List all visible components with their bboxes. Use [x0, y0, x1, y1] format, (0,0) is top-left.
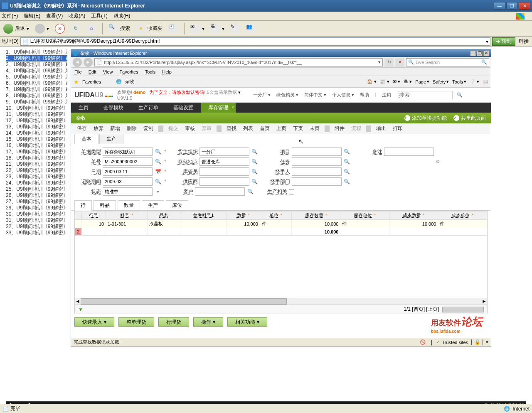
btn-related[interactable]: 相关功能 ▾ — [227, 317, 267, 327]
link-lang[interactable]: 简体中文 ▾ — [304, 92, 326, 98]
home-menu[interactable]: 🏠 ▾ — [367, 79, 377, 84]
outer-close-button[interactable]: ✕ — [519, 2, 530, 10]
links-label[interactable]: 链接 — [517, 38, 530, 45]
text-input[interactable] — [292, 177, 342, 186]
text-input[interactable] — [292, 148, 342, 156]
help-icon[interactable]: ❔ ▾ — [470, 79, 479, 84]
nav-home[interactable]: 主页 — [71, 103, 96, 113]
lookup-icon[interactable]: 🔍 — [343, 167, 351, 176]
playlist-item[interactable]: 22、U9顾问培训《99解密》系 — [6, 167, 67, 174]
inner-menu-file[interactable]: File — [74, 69, 82, 74]
inner-address-input[interactable]: 📄 http://125.35.5.234:82/Portal/erp/disp… — [94, 58, 383, 66]
text-input[interactable] — [200, 157, 249, 166]
action-new[interactable]: 新增 — [108, 124, 123, 133]
nav-inventory[interactable]: 库存管理 — [201, 103, 236, 113]
menu-file[interactable]: 文件(F) — [2, 12, 18, 20]
favorites-button[interactable]: ★收藏夹 — [134, 23, 164, 34]
tools-menu[interactable]: Tools ▾ — [452, 79, 466, 84]
action-first[interactable]: 首页 — [257, 124, 272, 133]
grid-hscroll[interactable]: ◄► — [74, 298, 488, 305]
grid-pager[interactable]: 1/1 [首页] [上页] — [404, 306, 439, 313]
nav-basic-setup[interactable]: 基础设置 — [166, 103, 201, 113]
inner-max-button[interactable]: ❐ — [477, 50, 483, 56]
outer-max-button[interactable]: ❐ — [506, 2, 518, 10]
playlist-item[interactable]: 29、U9顾问培训《99解密》系 — [6, 205, 67, 211]
menu-edit[interactable]: 编辑(E) — [24, 12, 40, 20]
playlist-item[interactable]: 16、U9顾问培训《99解密》系 — [6, 143, 67, 149]
menu-view[interactable]: 查看(V) — [46, 12, 63, 20]
playlist-item[interactable]: 23、U9顾问培训《99解密》系 — [6, 174, 67, 180]
lookup-icon[interactable]: 🔍 — [251, 177, 259, 186]
grid-header[interactable]: 成本单位 * — [438, 211, 487, 220]
settings-icon[interactable]: ⚙ — [436, 159, 440, 165]
action-save[interactable]: 保存 — [74, 124, 89, 133]
action-next[interactable]: 下页 — [291, 124, 305, 133]
lookup-icon[interactable]: 🔍 — [343, 148, 351, 156]
btn-operation[interactable]: 操作 ▾ — [193, 317, 223, 327]
favorites-label[interactable]: Favorites — [82, 79, 101, 84]
text-input[interactable] — [200, 148, 249, 156]
grid-header[interactable]: 品名 — [148, 211, 180, 220]
inner-forward-button[interactable]: ► — [84, 58, 93, 67]
gtab-item[interactable]: 料品 — [94, 200, 116, 211]
grid-header[interactable]: 库存单位 * — [340, 211, 389, 220]
search-icon[interactable]: 🔍 — [457, 92, 463, 98]
action-delete[interactable]: 删除 — [124, 124, 139, 133]
playlist-item[interactable]: 7、U9顾问培训《99解密》系 — [6, 86, 67, 93]
discuss-button[interactable]: 👥 — [244, 23, 258, 34]
text-input[interactable] — [103, 177, 153, 186]
action-approve[interactable]: 审核 — [182, 124, 197, 133]
nav-production[interactable]: 生产订单 — [131, 103, 166, 113]
grid-header[interactable]: 料号 * — [106, 211, 148, 220]
text-input[interactable] — [195, 187, 245, 196]
go-button[interactable]: ➜ 转到 — [492, 37, 515, 46]
playlist-item[interactable]: 14、U9顾问培训《99解密》系 — [6, 130, 67, 136]
menu-help[interactable]: 帮助(H) — [113, 12, 131, 20]
print-button[interactable]: 🖶▾ — [209, 23, 226, 34]
lookup-icon[interactable]: 🔍 — [343, 177, 351, 186]
playlist-item[interactable]: 33、U9顾问培训《99解密》系 — [6, 230, 67, 236]
app-search-input[interactable] — [399, 91, 453, 99]
playlist-item[interactable]: 10、U9顾问培训《99解密》系 — [6, 105, 67, 111]
calendar-icon[interactable]: 📅 — [154, 167, 162, 176]
feeds-menu[interactable]: 📰 ▾ — [380, 79, 389, 84]
playlist-item[interactable]: 32、U9顾问培训《99解密》系 — [6, 224, 67, 230]
playlist-item[interactable]: 3、U9顾问培训《99解密》系 — [6, 61, 67, 68]
playlist-item[interactable]: 12、U9顾问培训《99解密》系 — [6, 118, 67, 124]
link-theme[interactable]: 绿色精灵 ▾ — [276, 92, 298, 98]
live-search-input[interactable]: 🔍 Live Search 🔍 — [406, 58, 489, 66]
lookup-icon[interactable]: 🔍 — [246, 187, 254, 196]
action-output[interactable]: 输出 — [374, 124, 389, 133]
table-row[interactable]: 101-01-301液晶板10,000件10,000件10,000件 — [75, 220, 487, 228]
btn-line-tally[interactable]: 行理货 — [158, 317, 189, 327]
playlist-item[interactable]: 26、U9顾问培训《99解密》系 — [6, 192, 67, 199]
playlist-item[interactable]: 30、U9顾问培训《99解密》系 — [6, 211, 67, 217]
page-menu[interactable]: Page ▾ — [415, 79, 429, 84]
menu-tools[interactable]: 工具(T) — [91, 12, 107, 20]
playlist-item[interactable]: 13、U9顾问培训《99解密》系 — [6, 124, 67, 130]
stop-button[interactable]: ✕ — [53, 23, 66, 34]
action-copy[interactable]: 复制 — [141, 124, 156, 133]
gtab-qty[interactable]: 数量 — [118, 200, 140, 211]
lookup-icon[interactable]: 🔍 — [251, 148, 259, 156]
menu-fav[interactable]: 收藏(A) — [69, 12, 85, 20]
action-print[interactable]: 打印 — [390, 124, 405, 133]
inner-back-button[interactable]: ◄ — [73, 58, 82, 67]
playlist-item[interactable]: 5、U9顾问培训《99解密》系 — [6, 74, 67, 80]
home-button[interactable]: ⌂ — [85, 23, 98, 34]
text-input[interactable] — [292, 167, 342, 176]
action-find[interactable]: 查找 — [224, 124, 239, 133]
lookup-icon[interactable]: 🔍 — [154, 177, 162, 186]
edit-button[interactable]: ✎ — [229, 23, 242, 34]
grid-header[interactable]: 成本数量 * — [389, 211, 438, 220]
grid-header[interactable]: 单位 * — [260, 211, 291, 220]
lookup-icon[interactable]: 🔍 — [343, 157, 351, 166]
action-prev[interactable]: 上页 — [274, 124, 289, 133]
btn-quick-entry[interactable]: 快速录入 ▾ — [74, 317, 114, 327]
playlist-item[interactable]: 18、U9顾问培训《99解密》系 — [6, 155, 67, 161]
text-input[interactable] — [103, 187, 153, 196]
inner-min-button[interactable]: _ — [470, 50, 476, 56]
inner-close-button[interactable]: ✕ — [483, 50, 489, 56]
text-input[interactable] — [103, 167, 153, 176]
back-button[interactable]: 后退 ▾ — [2, 23, 31, 34]
